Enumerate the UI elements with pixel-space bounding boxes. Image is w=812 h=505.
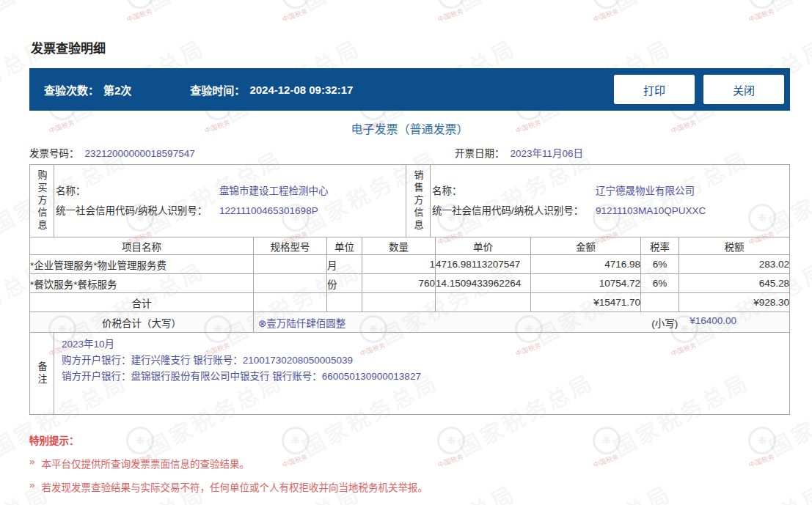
seller-taxid-value: 91211103MA10QPUXXC [596, 201, 789, 221]
item-name-cell: *企业管理服务*物业管理服务费 [30, 255, 254, 274]
seller-taxid-label: 统一社会信用代码/纳税人识别号： [432, 201, 596, 221]
item-row: *企业管理服务*物业管理服务费 月 1 4716.98113207547 471… [30, 255, 790, 274]
remarks-content: 2023年10月 购方开户银行：建行兴隆支行 银行账号：210017302080… [54, 333, 790, 415]
item-spec-cell [254, 274, 327, 293]
items-total-qty-cell [362, 293, 436, 312]
print-button[interactable]: 打印 [614, 75, 695, 104]
remark-line: 购方开户银行：建行兴隆支行 银行账号：21001730208050005039 [62, 353, 782, 369]
watermark-text: 国家税务总局 [141, 0, 288, 17]
item-unit-cell: 份 [327, 274, 362, 293]
header-tax-rate: 税率 [641, 237, 679, 255]
special-notice: 特别提示： » 本平台仅提供所查询发票票面信息的查验结果。 » 若发现发票查验结… [29, 432, 790, 494]
parties-table: 购买方信息 名称： 盘锦市建设工程检测中心 统一社会信用代码/纳税人识别号： 1… [29, 164, 790, 237]
watermark-tile: ❋中国税务国家税务总局 [748, 0, 812, 44]
verify-time: 查验时间： 2024-12-08 09:32:17 [190, 82, 353, 97]
tax-emblem-icon: ❋中国税务 [0, 427, 3, 468]
invoice-number: 发票号码： 23212000000018597547 [29, 144, 790, 164]
items-total-spec-cell [254, 293, 327, 312]
buyer-name-label: 名称： [56, 181, 219, 201]
buyer-taxid-label: 统一社会信用代码/纳税人识别号： [56, 201, 219, 221]
notice-item: » 若发现发票查验结果与实际交易不符，任何单位或个人有权拒收并向当地税务机关举报… [29, 479, 790, 494]
buyer-info-cell: 名称： 盘锦市建设工程检测中心 统一社会信用代码/纳税人识别号： 1221110… [54, 165, 406, 237]
tax-emblem-icon: ❋中国税务 [593, 0, 625, 22]
watermark-text: 国家税务总局 [296, 0, 444, 17]
notice-item: » 本平台仅提供所查询发票票面信息的查验结果。 [29, 456, 790, 471]
notice-item-text: 本平台仅提供所查询发票票面信息的查验结果。 [42, 456, 250, 471]
verify-count-label: 查验次数： [44, 82, 99, 97]
tax-emblem-icon: ❋中国税务 [282, 0, 314, 22]
invoice-number-value: 23212000000018597547 [85, 144, 195, 164]
amount-words-label: 价税合计（大写） [30, 312, 254, 333]
buyer-taxid-value: 12211100465301698P [219, 201, 406, 221]
item-price-cell: 4716.98113207547 [436, 255, 531, 274]
amount-small-label: (小写) [651, 315, 678, 330]
buyer-name-row: 名称： 盘锦市建设工程检测中心 [56, 181, 406, 201]
invoice-date-value: 2023年11月06日 [511, 144, 584, 164]
invoice-type-title: 电子发票（普通发票） [29, 122, 790, 138]
watermark-tile: ❋中国税务国家税务总局 [593, 0, 747, 44]
amount-words-value: ⊗壹万陆仟肆佰圆整 [258, 315, 345, 330]
tax-emblem-icon: ❋中国税务 [748, 0, 780, 22]
seller-taxid-row: 统一社会信用代码/纳税人识别号： 91211103MA10QPUXXC [432, 201, 789, 221]
remarks-table: 备注 2023年10月 购方开户银行：建行兴隆支行 银行账号：210017302… [29, 332, 790, 415]
item-tax-cell: 645.28 [679, 274, 790, 293]
header-item-name: 项目名称 [30, 237, 254, 255]
tax-emblem-icon: ❋中国税务 [0, 204, 3, 245]
buyer-taxid-row: 统一社会信用代码/纳税人识别号： 12211100465301698P [56, 201, 406, 221]
items-total-row: 合计 ¥15471.70 ¥928.30 [30, 293, 790, 312]
item-unit-cell: 月 [327, 255, 362, 274]
close-button[interactable]: 关闭 [703, 75, 784, 104]
remark-line: 销方开户银行：盘锦银行股份有限公司中银支行 银行账号：6600501309000… [62, 369, 782, 385]
item-tax-rate-cell: 6% [641, 274, 679, 293]
amount-words-table: 价税合计（大写） ⊗壹万陆仟肆佰圆整 (小写) ¥16400.00 [29, 312, 790, 333]
invoice-meta-row: 发票号码： 23212000000018597547 开票日期： 2023年11… [29, 144, 790, 164]
invoice-number-label: 发票号码： [29, 144, 79, 164]
verify-bar: 查验次数： 第2次 查验时间： 2024-12-08 09:32:17 打印 关… [29, 68, 790, 111]
item-amount-cell: 4716.98 [531, 255, 641, 274]
notice-title: 特别提示： [29, 432, 790, 447]
page-title: 发票查验明细 [31, 38, 790, 56]
header-unit: 单位 [327, 237, 362, 255]
tax-emblem-icon: ❋中国税务 [126, 0, 158, 22]
seller-name-label: 名称： [432, 181, 596, 201]
item-amount-cell: 10754.72 [531, 274, 641, 293]
watermark-tile: ❋中国税务国家税务总局 [0, 0, 125, 44]
remark-line: 2023年10月 [62, 336, 782, 353]
items-total-label: 合计 [30, 293, 254, 312]
buyer-section-label: 购买方信息 [30, 165, 54, 237]
item-tax-cell: 283.02 [679, 255, 790, 274]
items-total-amount-value: ¥15471.70 [531, 293, 641, 312]
remarks-section-label: 备注 [30, 333, 54, 415]
items-header-row: 项目名称 规格型号 单位 数量 单价 金额 税率 税额 [30, 237, 790, 255]
header-tax: 税额 [679, 237, 790, 255]
items-total-unit-cell [327, 293, 362, 312]
header-spec: 规格型号 [254, 237, 327, 255]
verify-time-value: 2024-12-08 09:32:17 [249, 84, 353, 96]
watermark-text: 国家税务总局 [452, 0, 599, 17]
item-tax-rate-cell: 6% [641, 255, 679, 274]
verify-time-label: 查验时间： [190, 82, 245, 97]
watermark-text: 国家税务总局 [763, 0, 812, 17]
verify-count: 查验次数： 第2次 [44, 82, 131, 97]
watermark-tile: ❋中国税务国家税务总局 [282, 0, 436, 44]
header-qty: 数量 [362, 237, 436, 255]
invoice-date: 开票日期： 2023年11月06日 [455, 144, 583, 164]
buyer-name-value: 盘锦市建设工程检测中心 [219, 181, 406, 201]
item-qty-cell: 1 [362, 255, 436, 274]
item-name-cell: *餐饮服务*餐标服务 [30, 274, 254, 293]
notice-item-text: 若发现发票查验结果与实际交易不符，任何单位或个人有权拒收并向当地税务机关举报。 [42, 479, 428, 494]
header-price: 单价 [436, 237, 531, 255]
watermark-text: 国家税务总局 [0, 0, 132, 17]
invoice-date-label: 开票日期： [455, 144, 505, 164]
item-qty-cell: 760 [362, 274, 436, 293]
item-row: *餐饮服务*餐标服务 份 760 14.1509433962264 10754.… [30, 274, 790, 293]
verify-count-value: 第2次 [103, 82, 131, 97]
notice-bullet-icon: » [29, 479, 35, 494]
seller-info-cell: 名称： 辽宁德晟物业有限公司 统一社会信用代码/纳税人识别号： 91211103… [431, 165, 790, 237]
invoice-verification-page: 发票查验明细 查验次数： 第2次 查验时间： 2024-12-08 09:32:… [29, 38, 790, 494]
items-total-tax-rate-cell [641, 293, 679, 312]
item-price-cell: 14.1509433962264 [436, 274, 531, 293]
tax-emblem-icon: ❋中国税务 [437, 0, 469, 22]
seller-section-label: 销售方信息 [406, 165, 431, 237]
tax-emblem-icon: ❋中国税务 [0, 0, 3, 22]
